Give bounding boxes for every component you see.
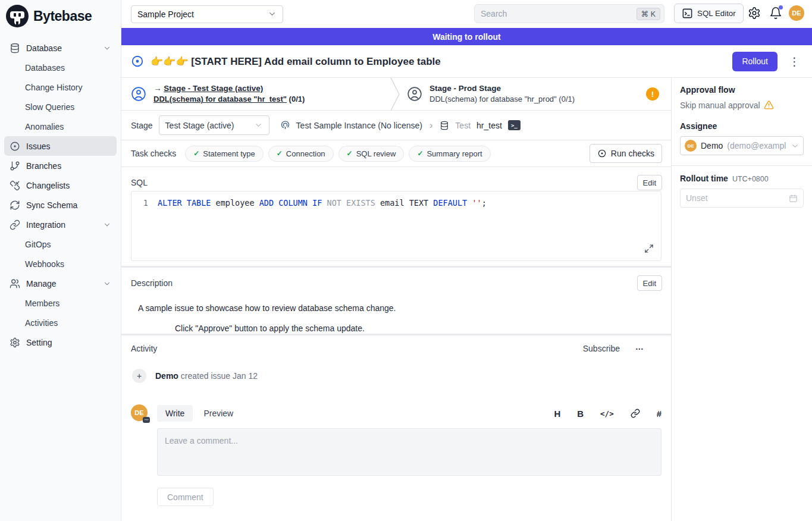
brand-name: Bytebase	[33, 8, 92, 24]
topbar: Sample Project ⌘ K SQL Editor DE	[121, 0, 812, 28]
sidebar-item-anomalies[interactable]: Anomalies	[4, 117, 117, 136]
instance-name[interactable]: Test Sample Instance (No license)	[296, 121, 422, 130]
run-checks-button[interactable]: Run checks	[590, 144, 662, 163]
issue-more-menu-icon[interactable]: ⋮	[789, 56, 800, 67]
sidebar-item-activities[interactable]: Activities	[4, 313, 117, 332]
comment-tabs: Write Preview H B </> #	[157, 404, 661, 422]
sql-code-editor[interactable]: 1ALTER TABLE employee ADD COLUMN IF NOT …	[131, 191, 661, 261]
sidebar-item-slow-queries[interactable]: Slow Queries	[4, 97, 117, 117]
approval-flow-value: Skip manual approval	[680, 101, 760, 110]
git-branch-icon	[10, 161, 20, 171]
chevron-down-icon	[103, 221, 111, 229]
comment-submit-button[interactable]: Comment	[157, 488, 214, 506]
sql-editor-button[interactable]: SQL Editor	[674, 4, 744, 23]
issue-status-icon	[131, 55, 144, 68]
user-avatar[interactable]: DE	[789, 5, 804, 21]
format-toolbar: H B </> #	[554, 409, 661, 419]
stage-card-prod[interactable]: Stage - Prod Stage DDL(schema) for datab…	[401, 78, 671, 110]
sidebar-item-gitops[interactable]: GitOps	[4, 234, 117, 254]
sql-edit-button[interactable]: Edit	[637, 175, 662, 190]
stage-select-value: Test Stage (active)	[165, 121, 234, 130]
stage-task-count: (0/1)	[287, 95, 305, 103]
comment-input[interactable]	[157, 428, 661, 476]
status-banner: Waiting to rollout	[121, 28, 812, 45]
code-format-icon[interactable]: </>	[600, 409, 614, 418]
rollout-time-input[interactable]: Unset	[680, 189, 804, 208]
link-format-icon[interactable]	[631, 409, 640, 418]
stage-task: DDL(schema) for database "hr_prod"	[429, 95, 557, 103]
activity-action: created issue	[178, 371, 233, 381]
tab-preview[interactable]: Preview	[195, 405, 242, 422]
sidebar-item-changelists[interactable]: Changelists	[4, 175, 117, 195]
run-icon	[597, 149, 607, 158]
check-connection[interactable]: ✓Connection	[268, 146, 334, 162]
sidebar-item-branches[interactable]: Branches	[4, 156, 117, 175]
activity-item: + Demo created issue Jan 12	[121, 369, 671, 383]
rollout-time-value: Unset	[686, 193, 708, 203]
stage-label: Stage	[131, 121, 153, 130]
open-sql-editor-badge[interactable]: >_	[508, 120, 521, 130]
sidebar-item-integration[interactable]: Integration	[4, 215, 117, 234]
check-success-icon: ✓	[193, 149, 199, 158]
activity-section: Activity Subscribe ⋯ + Demo created issu…	[121, 335, 671, 506]
current-stage-arrow: →	[153, 84, 164, 93]
activity-more-menu-icon[interactable]: ⋯	[635, 344, 644, 353]
comment-avatar: DE⋯	[131, 404, 148, 421]
rollout-button[interactable]: Rollout	[732, 52, 777, 71]
chevron-down-icon	[103, 280, 111, 288]
sidebar-item-webhooks[interactable]: Webhooks	[4, 254, 117, 274]
hash-format-icon[interactable]: #	[657, 409, 661, 419]
person-circle-icon	[407, 86, 422, 102]
issue-header: 👉👉👉 [START HERE] Add email column to Emp…	[121, 45, 812, 78]
settings-gear-icon[interactable]	[748, 7, 761, 20]
subscribe-link[interactable]: Subscribe	[583, 344, 620, 353]
sidebar-item-issues[interactable]: Issues	[4, 136, 117, 156]
search-input[interactable]	[481, 9, 637, 18]
calendar-icon	[789, 194, 798, 203]
sidebar-item-databases[interactable]: Databases	[4, 58, 117, 77]
expand-editor-icon[interactable]	[644, 244, 654, 253]
sidebar-item-members[interactable]: Members	[4, 293, 117, 313]
panel-divider	[672, 165, 812, 166]
bold-format-icon[interactable]: B	[577, 409, 584, 419]
check-statement-type[interactable]: ✓Statement type	[185, 146, 264, 162]
sidebar-item-setting[interactable]: Setting	[4, 332, 117, 352]
heading-format-icon[interactable]: H	[554, 409, 560, 419]
comment-editor: DE⋯ Write Preview H B </> # Comment	[121, 404, 671, 506]
assignee-select[interactable]: DE Demo (demo@example	[680, 136, 804, 155]
task-checks-label: Task checks	[131, 149, 176, 158]
warning-triangle-icon	[764, 100, 774, 110]
stage-name: Stage - Test Stage (active)	[164, 84, 263, 93]
sidebar-item-manage[interactable]: Manage	[4, 274, 117, 293]
notifications-bell-icon[interactable]	[769, 7, 782, 20]
check-sql-review[interactable]: ✓SQL review	[338, 146, 405, 162]
activity-title: Activity	[131, 344, 157, 353]
gear-icon	[10, 337, 20, 348]
tab-write[interactable]: Write	[157, 405, 193, 422]
plus-icon: +	[132, 369, 146, 383]
sidebar-item-sync-schema[interactable]: Sync Schema	[4, 195, 117, 215]
sidebar-item-change-history[interactable]: Change History	[4, 77, 117, 97]
stage-card-test[interactable]: → Stage - Test Stage (active) DDL(schema…	[121, 78, 390, 110]
database-name[interactable]: hr_test	[476, 121, 502, 130]
sql-section: SQL Edit 1ALTER TABLE employee ADD COLUM…	[121, 167, 671, 266]
search-shortcut-badge: ⌘ K	[637, 8, 660, 20]
users-icon	[10, 278, 20, 289]
bytebase-logo[interactable]: Bytebase	[0, 0, 121, 32]
sidebar-item-database[interactable]: Database	[4, 38, 117, 58]
terminal-icon	[682, 8, 693, 19]
status-banner-text: Waiting to rollout	[432, 32, 501, 42]
check-success-icon: ✓	[347, 149, 353, 158]
main-content: → Stage - Test Stage (active) DDL(schema…	[121, 78, 671, 521]
environment-label: Test	[455, 121, 471, 130]
sql-section-title: SQL	[131, 178, 148, 187]
task-checks-row: Task checks ✓Statement type ✓Connection …	[121, 140, 671, 167]
search-box[interactable]: ⌘ K	[474, 4, 664, 23]
check-summary-report[interactable]: ✓Summary report	[409, 146, 490, 162]
project-select[interactable]: Sample Project	[131, 5, 283, 23]
description-edit-button[interactable]: Edit	[637, 275, 662, 291]
stage-select[interactable]: Test Stage (active)	[159, 115, 269, 135]
person-circle-icon	[131, 86, 146, 102]
sidebar: Bytebase Database Databases Change Histo…	[0, 0, 121, 521]
issue-title: 👉👉👉 [START HERE] Add email column to Emp…	[151, 55, 441, 68]
